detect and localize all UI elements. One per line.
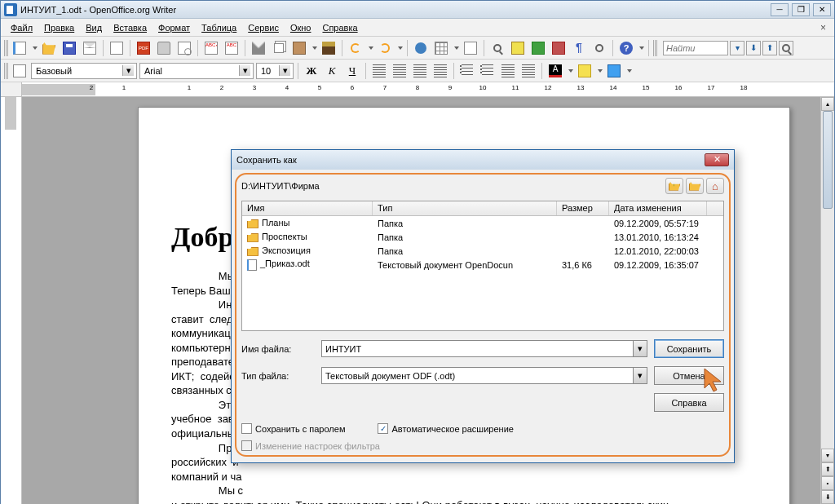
increase-indent-button[interactable]: [519, 62, 537, 80]
toolbar-grip[interactable]: [4, 40, 8, 56]
menu-view[interactable]: Вид: [81, 21, 107, 34]
new-folder-button[interactable]: [686, 178, 704, 194]
save-with-password-checkbox[interactable]: Сохранить с паролем: [241, 423, 345, 434]
menu-edit[interactable]: Правка: [39, 21, 79, 34]
file-row[interactable]: ПроспектыПапка13.01.2010, 16:13:24: [242, 230, 723, 244]
align-left-button[interactable]: [370, 62, 388, 80]
dialog-close-button[interactable]: ✕: [705, 153, 729, 166]
page-down-button[interactable]: ⬇: [821, 490, 834, 504]
spellcheck-button[interactable]: ABC✓: [202, 39, 220, 57]
align-right-button[interactable]: [411, 62, 429, 80]
filetype-dropdown[interactable]: ▾: [633, 368, 647, 383]
cut-button[interactable]: [250, 39, 267, 57]
export-pdf-button[interactable]: PDF: [135, 39, 152, 57]
save-button[interactable]: Сохранить: [654, 339, 724, 358]
print-button[interactable]: [155, 39, 173, 57]
table-button[interactable]: [432, 39, 450, 57]
search-input[interactable]: [663, 41, 728, 55]
open-button[interactable]: [40, 39, 58, 57]
scroll-up-button[interactable]: ▴: [821, 97, 834, 111]
col-type[interactable]: Тип: [373, 201, 557, 215]
col-date[interactable]: Дата изменения: [609, 201, 707, 215]
close-doc-button[interactable]: ×: [820, 22, 829, 33]
styles-button[interactable]: [11, 62, 29, 80]
col-name[interactable]: Имя: [242, 201, 373, 215]
scroll-down-button[interactable]: ▾: [821, 449, 834, 462]
filetype-field[interactable]: [322, 368, 633, 383]
horizontal-ruler[interactable]: 21123456789101112131415161718: [22, 82, 834, 96]
copy-button[interactable]: [270, 39, 288, 57]
menu-help[interactable]: Справка: [317, 21, 362, 34]
filename-field[interactable]: [322, 341, 633, 356]
maximize-button[interactable]: ❐: [792, 3, 810, 16]
gallery-button[interactable]: [529, 39, 547, 57]
cancel-button[interactable]: Отмена: [654, 366, 724, 385]
minimize-button[interactable]: ─: [771, 3, 789, 16]
nav-select-button[interactable]: •: [821, 476, 834, 490]
bold-button[interactable]: Ж: [303, 62, 320, 80]
navigator-button[interactable]: [509, 39, 527, 57]
font-name-combo[interactable]: Arial▾: [139, 63, 254, 79]
help-button-dialog[interactable]: Справка: [654, 393, 724, 412]
col-size[interactable]: Размер: [557, 201, 609, 215]
italic-button[interactable]: К: [323, 62, 341, 80]
align-justify-button[interactable]: [431, 62, 449, 80]
vertical-ruler[interactable]: [1, 97, 22, 504]
fmt-grip[interactable]: [4, 63, 8, 79]
menu-table[interactable]: Таблица: [197, 21, 241, 34]
search-next-button[interactable]: ⬇: [746, 41, 761, 55]
nonprint-button[interactable]: ¶: [570, 39, 588, 57]
decrease-indent-button[interactable]: [499, 62, 517, 80]
font-size-combo[interactable]: 10▾: [256, 63, 294, 79]
file-row[interactable]: ЭкспозицияПапка12.01.2010, 22:00:03: [242, 244, 723, 258]
home-button[interactable]: ⌂: [706, 178, 724, 194]
search-prev-button[interactable]: ⬆: [762, 41, 777, 55]
toolbar-grip-2[interactable]: [653, 40, 657, 56]
datasource-button[interactable]: [550, 39, 568, 57]
search-find-button[interactable]: [779, 41, 793, 55]
email-button[interactable]: [81, 39, 99, 57]
help-button[interactable]: ?: [617, 39, 635, 57]
dialog-titlebar[interactable]: Сохранить как ✕: [232, 150, 734, 170]
new-doc-button[interactable]: [11, 39, 29, 57]
filetype-label: Тип файла:: [241, 371, 315, 381]
bullet-list-button[interactable]: [479, 62, 497, 80]
font-color-button[interactable]: A: [546, 62, 564, 80]
edit-mode-button[interactable]: [108, 39, 126, 57]
close-window-button[interactable]: ✕: [813, 3, 831, 16]
auto-extension-checkbox[interactable]: ✓Автоматическое расширение: [378, 423, 513, 434]
scroll-thumb[interactable]: [823, 111, 833, 209]
find-button[interactable]: [488, 39, 506, 57]
bg-color-button[interactable]: [605, 62, 623, 80]
autospell-button[interactable]: ABC: [223, 39, 241, 57]
menu-file[interactable]: Файл: [6, 21, 38, 34]
highlight-button[interactable]: [576, 62, 594, 80]
redo-button[interactable]: [376, 39, 394, 57]
print-preview-button[interactable]: [175, 39, 193, 57]
zoom-button[interactable]: [590, 39, 608, 57]
draw-button[interactable]: [462, 39, 479, 57]
page-up-button[interactable]: ⬆: [821, 462, 834, 476]
menu-tools[interactable]: Сервис: [243, 21, 284, 34]
numbered-list-button[interactable]: [458, 62, 476, 80]
underline-button[interactable]: Ч: [343, 62, 361, 80]
file-row[interactable]: _Приказ.odtТекстовый документ OpenDocun3…: [242, 258, 723, 272]
search-dropdown[interactable]: ▾: [730, 41, 744, 55]
menu-format[interactable]: Формат: [153, 21, 195, 34]
undo-button[interactable]: [347, 39, 364, 57]
menu-window[interactable]: Окно: [285, 21, 316, 34]
save-button[interactable]: [60, 39, 78, 57]
up-folder-button[interactable]: ↑: [665, 178, 683, 194]
hyperlink-button[interactable]: [412, 39, 430, 57]
align-center-button[interactable]: [391, 62, 409, 80]
menu-insert[interactable]: Вставка: [108, 21, 152, 34]
paste-button[interactable]: [290, 39, 308, 57]
vertical-scrollbar[interactable]: ▴ ▾ ⬆ • ⬇: [820, 97, 834, 504]
filetype-combo[interactable]: ▾: [321, 367, 647, 384]
filename-input[interactable]: ▾: [321, 340, 647, 357]
filename-dropdown[interactable]: ▾: [633, 341, 647, 356]
format-paint-button[interactable]: [320, 39, 338, 57]
paragraph-style-combo[interactable]: Базовый▾: [31, 63, 137, 79]
file-row[interactable]: ПланыПапка09.12.2009, 05:57:19: [242, 216, 723, 230]
file-list[interactable]: Имя Тип Размер Дата изменения ПланыПапка…: [241, 201, 724, 331]
